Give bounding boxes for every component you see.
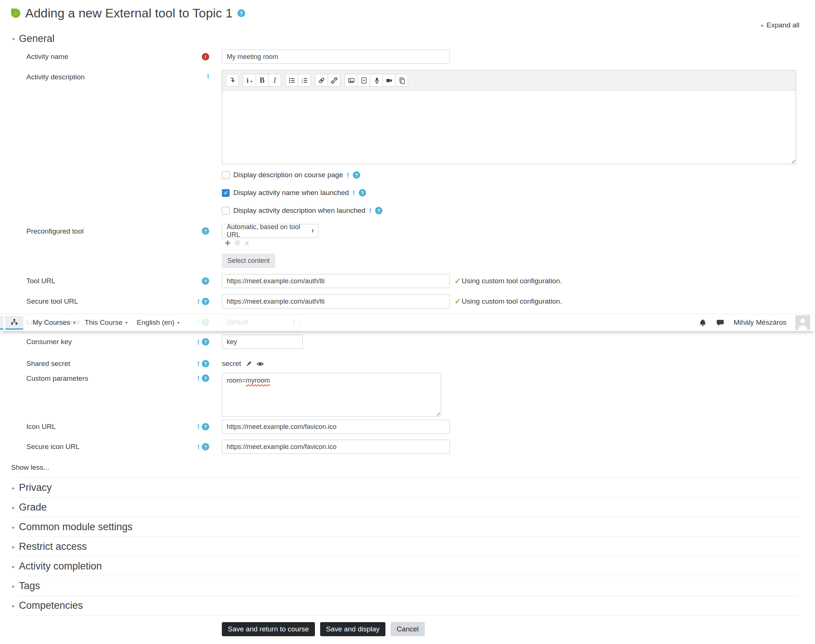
add-tool-icon[interactable] — [225, 238, 231, 248]
help-icon[interactable] — [353, 171, 360, 179]
editor-toolbar: 123 — [222, 71, 796, 90]
activity-name-input[interactable] — [222, 50, 450, 64]
section-privacy[interactable]: Privacy — [0, 478, 800, 498]
help-icon[interactable] — [202, 278, 209, 285]
tool-url-input[interactable] — [222, 274, 450, 288]
collapse-toolbar-icon[interactable] — [226, 74, 239, 87]
unordered-list-icon[interactable] — [285, 74, 298, 87]
display-description-checkbox-row: Display description on course page — [222, 170, 800, 179]
caret-right-icon — [12, 564, 15, 569]
warning-icon — [369, 207, 371, 214]
save-and-display-button[interactable]: Save and display — [320, 622, 386, 636]
editor-content-area[interactable] — [222, 90, 796, 164]
preconfigured-tool-select[interactable]: Automatic, based on tool URL — [222, 224, 318, 238]
section-tags[interactable]: Tags — [0, 576, 800, 596]
show-less-link[interactable]: Show less... — [0, 463, 800, 472]
svg-text:3: 3 — [301, 81, 303, 84]
consumer-key-row: Consumer key — [0, 335, 800, 349]
delete-tool-icon[interactable] — [244, 239, 249, 247]
caret-right-icon — [12, 603, 15, 609]
warning-icon — [197, 360, 200, 367]
external-tool-icon — [11, 9, 20, 18]
user-name[interactable]: Mihály Mészáros — [734, 319, 786, 327]
help-icon[interactable] — [202, 298, 209, 305]
warning-icon — [207, 73, 209, 80]
user-avatar[interactable] — [795, 315, 810, 330]
caret-right-icon — [12, 524, 15, 530]
custom-parameters-row: Custom parameters room=myroom — [0, 373, 800, 417]
nav-language[interactable]: English (en) — [137, 319, 180, 327]
section-competencies[interactable]: Competencies — [0, 596, 800, 615]
link-icon[interactable] — [315, 74, 328, 87]
tool-url-status: Using custom tool configuration. — [454, 277, 562, 285]
display-activity-name-checkbox[interactable] — [222, 189, 230, 197]
misspelled-word: myroom — [246, 377, 270, 384]
reveal-eye-icon[interactable] — [256, 360, 264, 368]
caret-right-icon — [12, 584, 15, 589]
display-activity-description-checkbox-row: Display activity description when launch… — [222, 206, 800, 215]
secure-icon-url-input[interactable] — [222, 440, 450, 454]
nav-partial-tab[interactable] — [0, 316, 3, 330]
display-description-checkbox[interactable] — [222, 171, 230, 179]
expand-all-link[interactable]: Expand all — [0, 20, 800, 30]
secure-tool-url-input[interactable] — [222, 294, 450, 308]
display-activity-description-checkbox[interactable] — [222, 207, 230, 215]
warning-icon — [197, 375, 200, 382]
chevron-down-icon — [73, 321, 75, 325]
custom-parameters-textarea[interactable]: room=myroom — [222, 373, 441, 417]
bold-icon[interactable] — [255, 74, 269, 87]
help-icon[interactable] — [202, 443, 209, 451]
page-title: Adding a new External tool to Topic 1 — [25, 6, 232, 20]
select-content-button[interactable]: Select content — [222, 254, 275, 268]
caret-down-icon — [12, 36, 15, 41]
external-tool-form-page: Adding a new External tool to Topic 1 Ex… — [0, 0, 815, 644]
section-common-module-settings[interactable]: Common module settings — [0, 517, 800, 537]
help-icon[interactable] — [375, 207, 383, 214]
record-video-icon[interactable] — [383, 74, 395, 87]
paragraph-styles-icon[interactable] — [243, 74, 256, 87]
help-icon[interactable] — [202, 374, 209, 382]
secure-tool-url-row: Secure tool URL Using custom tool config… — [0, 294, 800, 308]
insert-image-icon[interactable] — [344, 74, 358, 87]
display-activity-name-checkbox-row: Display activity name when launched — [222, 189, 800, 197]
secure-icon-url-row: Secure icon URL — [0, 440, 800, 454]
expand-all-label: Expand all — [766, 21, 800, 29]
sitemap-nav-tab[interactable] — [5, 316, 23, 330]
caret-right-icon — [12, 505, 15, 510]
cancel-button[interactable]: Cancel — [391, 622, 424, 636]
icon-url-input[interactable] — [222, 420, 450, 434]
activity-description-label: Activity description — [26, 73, 85, 81]
messages-bubble-icon[interactable] — [716, 319, 724, 327]
section-grade[interactable]: Grade — [0, 498, 800, 517]
sitemap-icon — [11, 318, 18, 326]
unlink-icon[interactable] — [328, 74, 341, 87]
edit-pencil-icon[interactable] — [245, 360, 252, 367]
help-icon[interactable] — [202, 423, 209, 431]
section-restrict-access[interactable]: Restrict access — [0, 537, 800, 557]
shared-secret-value: secret — [222, 360, 241, 368]
section-general-header[interactable]: General — [0, 33, 800, 44]
consumer-key-input[interactable] — [222, 335, 303, 349]
help-icon[interactable] — [202, 338, 209, 345]
warning-icon — [197, 298, 200, 305]
help-icon[interactable] — [202, 360, 209, 367]
manage-files-icon[interactable] — [395, 74, 408, 87]
record-audio-icon[interactable] — [370, 74, 383, 87]
edit-tool-gear-icon[interactable] — [234, 239, 241, 246]
caret-right-icon — [761, 23, 764, 28]
italic-icon[interactable] — [268, 74, 281, 87]
help-icon[interactable] — [202, 227, 209, 235]
section-activity-completion[interactable]: Activity completion — [0, 557, 800, 576]
help-icon[interactable] — [359, 189, 366, 196]
insert-media-icon[interactable] — [357, 74, 370, 87]
save-and-return-button[interactable]: Save and return to course — [222, 622, 315, 636]
custom-parameters-label: Custom parameters — [26, 374, 88, 383]
nav-this-course[interactable]: This Course — [85, 319, 128, 327]
ordered-list-icon[interactable]: 123 — [298, 74, 311, 87]
activity-name-label: Activity name — [26, 53, 68, 61]
nav-my-courses[interactable]: My Courses — [33, 319, 75, 327]
page-title-help-icon[interactable] — [237, 9, 245, 17]
page-header: Adding a new External tool to Topic 1 — [0, 0, 800, 20]
notifications-bell-icon[interactable] — [698, 319, 707, 327]
icon-url-label: Icon URL — [26, 423, 55, 431]
